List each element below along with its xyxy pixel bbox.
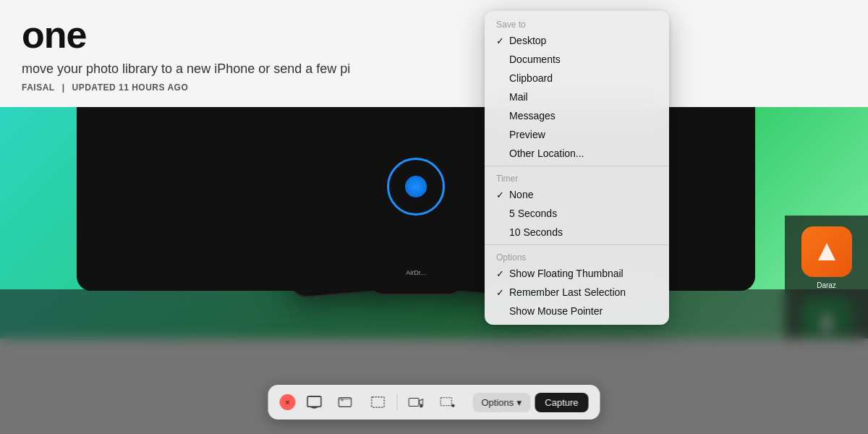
separator-2 bbox=[485, 244, 669, 245]
capture-toolbar: × bbox=[268, 385, 600, 420]
remember-last-label: Remember Last Selection bbox=[509, 286, 658, 298]
remember-last-checkmark: ✓ bbox=[496, 287, 509, 298]
preview-label: Preview bbox=[509, 129, 658, 140]
svg-rect-3 bbox=[312, 408, 316, 409]
menu-item-remember-last-selection[interactable]: ✓ Remember Last Selection bbox=[485, 283, 669, 302]
5-seconds-label: 5 Seconds bbox=[509, 208, 658, 219]
none-checkmark: ✓ bbox=[496, 190, 509, 200]
svg-point-12 bbox=[451, 404, 454, 407]
selection-icon bbox=[370, 396, 386, 409]
svg-rect-7 bbox=[372, 397, 384, 407]
webpage-background: one move your photo library to a new iPh… bbox=[0, 0, 868, 434]
menu-item-clipboard[interactable]: Clipboard bbox=[485, 69, 669, 88]
options-button[interactable]: Options ▾ bbox=[472, 393, 530, 412]
daraz-logo bbox=[812, 237, 841, 266]
svg-rect-6 bbox=[341, 399, 343, 401]
menu-item-show-mouse-pointer[interactable]: Show Mouse Pointer bbox=[485, 302, 669, 320]
fullscreen-capture-button[interactable] bbox=[301, 392, 327, 412]
timer-label: Timer bbox=[485, 169, 669, 185]
floating-thumbnail-label: Show Floating Thumbnail bbox=[509, 268, 658, 279]
fullscreen-icon bbox=[306, 396, 322, 409]
desktop-label: Desktop bbox=[509, 35, 658, 46]
mouse-pointer-label: Show Mouse Pointer bbox=[509, 305, 658, 317]
svg-marker-9 bbox=[420, 399, 423, 405]
app-daraz: Daraz bbox=[801, 226, 852, 289]
separator-1 bbox=[485, 166, 669, 166]
context-menu: Save to ✓ Desktop Documents Clipboard Ma… bbox=[485, 11, 669, 325]
selection-capture-button[interactable] bbox=[365, 392, 391, 412]
article-header: one move your photo library to a new iPh… bbox=[0, 0, 868, 107]
menu-item-none[interactable]: ✓ None bbox=[485, 185, 669, 204]
menu-item-other-location[interactable]: Other Location... bbox=[485, 144, 669, 163]
article-author: FAISAL bbox=[22, 82, 55, 93]
meta-separator: | bbox=[62, 82, 65, 93]
mail-label: Mail bbox=[509, 91, 658, 103]
messages-label: Messages bbox=[509, 110, 658, 122]
close-button[interactable]: × bbox=[279, 394, 295, 410]
window-capture-button[interactable] bbox=[333, 392, 359, 412]
article-title: one bbox=[22, 14, 846, 56]
daraz-icon bbox=[801, 226, 852, 277]
menu-item-10-seconds[interactable]: 10 Seconds bbox=[485, 223, 669, 242]
article-updated: UPDATED 11 HOURS AGO bbox=[72, 82, 189, 93]
svg-point-10 bbox=[420, 404, 422, 407]
svg-rect-1 bbox=[307, 396, 321, 407]
article-subtitle: move your photo library to a new iPhone … bbox=[22, 61, 846, 77]
options-label: Options bbox=[481, 397, 514, 408]
floating-thumbnail-checkmark: ✓ bbox=[496, 268, 509, 279]
other-location-label: Other Location... bbox=[509, 148, 658, 159]
menu-item-documents[interactable]: Documents bbox=[485, 50, 669, 69]
desktop-checkmark: ✓ bbox=[496, 35, 509, 46]
svg-rect-2 bbox=[311, 407, 318, 408]
options-chevron-icon: ▾ bbox=[516, 397, 522, 408]
menu-item-show-floating-thumbnail[interactable]: ✓ Show Floating Thumbnail bbox=[485, 264, 669, 283]
menu-item-preview[interactable]: Preview bbox=[485, 125, 669, 144]
record-selection-icon bbox=[440, 396, 456, 409]
capture-button[interactable]: Capture bbox=[535, 393, 588, 412]
record-selection-button[interactable] bbox=[435, 392, 461, 412]
window-icon bbox=[338, 396, 354, 409]
record-screen-camera-icon bbox=[408, 396, 424, 409]
menu-item-messages[interactable]: Messages bbox=[485, 106, 669, 125]
options-section-label: Options bbox=[485, 248, 669, 264]
capture-label: Capture bbox=[545, 397, 578, 408]
close-icon: × bbox=[285, 398, 289, 407]
daraz-label: Daraz bbox=[817, 281, 836, 289]
svg-rect-8 bbox=[409, 399, 419, 407]
phone-center: AirDr... bbox=[365, 107, 467, 295]
svg-rect-11 bbox=[441, 398, 451, 406]
none-label: None bbox=[509, 189, 658, 200]
toolbar-right-group: Options ▾ Capture bbox=[472, 393, 588, 412]
save-to-label: Save to bbox=[485, 15, 669, 31]
article-meta: FAISAL | UPDATED 11 HOURS AGO bbox=[22, 82, 846, 93]
svg-rect-5 bbox=[339, 398, 351, 400]
menu-item-5-seconds[interactable]: 5 Seconds bbox=[485, 204, 669, 223]
10-seconds-label: 10 Seconds bbox=[509, 226, 658, 238]
clipboard-label: Clipboard bbox=[509, 72, 658, 84]
svg-marker-0 bbox=[818, 243, 835, 260]
menu-item-desktop[interactable]: ✓ Desktop bbox=[485, 31, 669, 50]
record-screen-camera-button[interactable] bbox=[403, 392, 429, 412]
documents-label: Documents bbox=[509, 54, 658, 65]
menu-item-mail[interactable]: Mail bbox=[485, 88, 669, 106]
toolbar-divider-1 bbox=[396, 393, 397, 411]
